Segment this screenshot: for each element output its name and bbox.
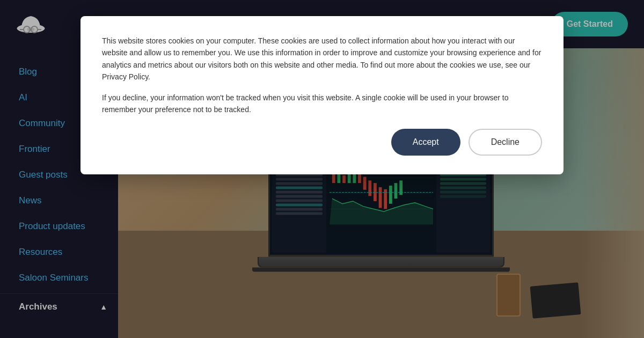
cookie-text-2: If you decline, your information won't b… [102, 92, 542, 116]
cookie-modal: This website stores cookies on your comp… [80, 16, 564, 174]
cookie-overlay-backdrop: This website stores cookies on your comp… [0, 0, 644, 338]
cookie-buttons: Accept Decline [102, 129, 542, 156]
cookie-text-1: This website stores cookies on your comp… [102, 35, 542, 83]
accept-button[interactable]: Accept [391, 129, 460, 156]
decline-button[interactable]: Decline [469, 129, 542, 156]
